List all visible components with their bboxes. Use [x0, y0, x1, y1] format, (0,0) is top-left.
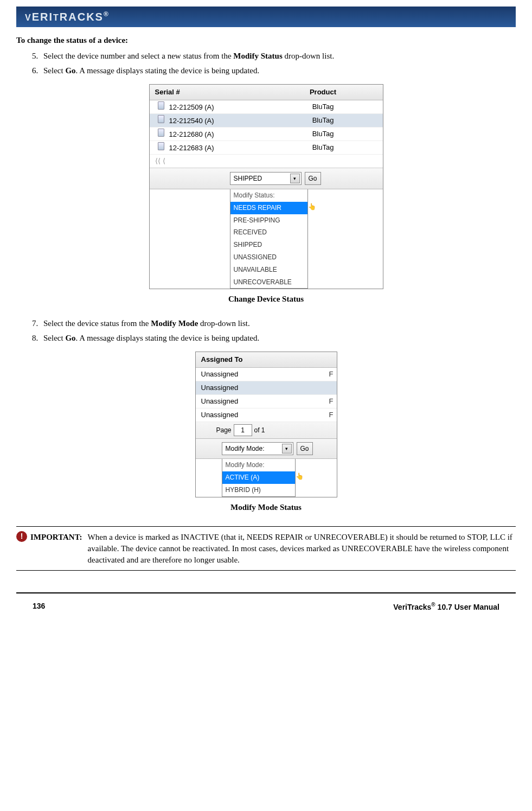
- dropdown-option[interactable]: RECEIVED: [230, 226, 307, 239]
- hand-cursor-icon: 👆: [296, 472, 304, 481]
- table-row[interactable]: 12-212509 (A) BluTag: [150, 100, 383, 114]
- table-header: Serial # Product: [150, 85, 383, 100]
- action-row: SHIPPED ▾ Go: [150, 168, 383, 189]
- section-title: To change the status of a device:: [16, 35, 516, 46]
- device-icon: [155, 142, 167, 150]
- device-icon: [155, 115, 167, 123]
- status-dropdown: Modify Status: NEEDS REPAIR👆 PRE-SHIPPIN…: [230, 189, 308, 289]
- device-icon: [155, 129, 167, 137]
- step-6: Select Go. A message displays stating th…: [40, 65, 516, 76]
- pager-prev-icon[interactable]: ⟨: [163, 156, 165, 166]
- chevron-down-icon: ▾: [282, 444, 292, 454]
- pager-first-icon[interactable]: ⟨⟨: [155, 156, 161, 166]
- dropdown-option[interactable]: HYBRID (H): [222, 484, 295, 496]
- table-row[interactable]: Unassigned: [196, 381, 337, 395]
- dropdown-label: Modify Mode:: [222, 459, 295, 471]
- change-status-screenshot: Serial # Product 12-212509 (A) BluTag 12…: [149, 84, 383, 289]
- figure-caption: Modify Mode Status: [230, 502, 302, 513]
- col-assigned-to[interactable]: Assigned To: [196, 352, 337, 368]
- status-select[interactable]: SHIPPED ▾: [230, 172, 302, 185]
- go-button[interactable]: Go: [305, 172, 321, 185]
- dropdown-option[interactable]: SHIPPED: [230, 239, 307, 251]
- page-footer: 136 VeriTracks® 10.7 User Manual: [16, 592, 516, 612]
- dropdown-option[interactable]: ACTIVE (A)👆: [222, 471, 295, 484]
- table-row[interactable]: UnassignedF: [196, 395, 337, 408]
- col-serial[interactable]: Serial #: [150, 87, 264, 97]
- table-row[interactable]: 12-212540 (A) BluTag: [150, 114, 383, 127]
- action-row: Modify Mode: ▾ Go: [196, 439, 337, 459]
- alert-icon: !: [16, 531, 27, 542]
- step-7: Select the device status from the Modify…: [40, 318, 516, 329]
- dropdown-option[interactable]: PRE-SHIPPING: [230, 214, 307, 227]
- manual-title: VeriTracks® 10.7 User Manual: [393, 601, 499, 612]
- figure-caption: Change Device Status: [228, 293, 304, 305]
- table-row[interactable]: 12-212683 (A) BluTag: [150, 141, 383, 155]
- step-5: Select the device number and select a ne…: [40, 50, 516, 62]
- brand-header: VERITRACKS®: [16, 7, 516, 27]
- device-icon: [155, 101, 167, 110]
- chevron-down-icon: ▾: [290, 174, 300, 183]
- pager: ⟨⟨ ⟨: [150, 155, 383, 168]
- mode-dropdown: Modify Mode: ACTIVE (A)👆 HYBRID (H): [222, 459, 296, 496]
- steps-list-a: Select the device number and select a ne…: [40, 50, 516, 76]
- page-number: 136: [33, 601, 45, 612]
- pager: Page of 1: [196, 422, 337, 439]
- page-input[interactable]: [234, 424, 252, 436]
- table-row[interactable]: UnassignedF: [196, 408, 337, 422]
- modify-mode-screenshot: Assigned To UnassignedF Unassigned Unass…: [195, 352, 337, 497]
- dropdown-option[interactable]: UNRECOVERABLE: [230, 276, 307, 289]
- brand-logo: VERITRACKS®: [25, 9, 110, 24]
- dropdown-label: Modify Status:: [230, 189, 307, 202]
- important-note: ! IMPORTANT: When a device is marked as …: [16, 526, 516, 571]
- mode-select[interactable]: Modify Mode: ▾: [222, 442, 293, 455]
- step-8: Select Go. A message displays stating th…: [40, 333, 516, 344]
- steps-list-b: Select the device status from the Modify…: [40, 318, 516, 344]
- table-row[interactable]: 12-212680 (A) BluTag: [150, 127, 383, 141]
- col-product[interactable]: Product: [264, 87, 383, 97]
- dropdown-option[interactable]: NEEDS REPAIR👆: [230, 202, 307, 214]
- important-text: When a device is marked as INACTIVE (tha…: [88, 531, 516, 566]
- dropdown-option[interactable]: UNAVAILABLE: [230, 264, 307, 276]
- important-label: IMPORTANT:: [30, 531, 88, 566]
- go-button[interactable]: Go: [297, 442, 313, 455]
- table-row[interactable]: UnassignedF: [196, 368, 337, 381]
- hand-cursor-icon: 👆: [308, 202, 316, 212]
- dropdown-option[interactable]: UNASSIGNED: [230, 251, 307, 264]
